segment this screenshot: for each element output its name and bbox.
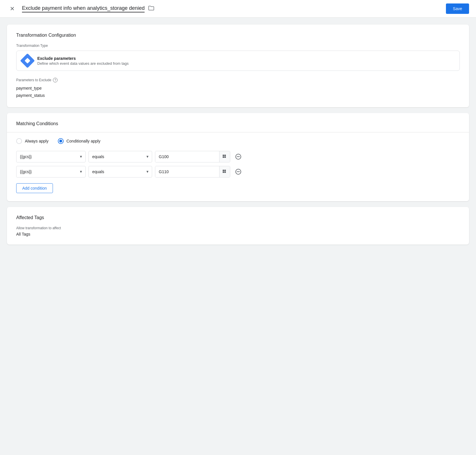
value-input-1[interactable] xyxy=(155,151,219,162)
param-item: payment_type xyxy=(16,85,460,92)
svg-rect-2 xyxy=(223,156,224,158)
radio-conditionally-apply[interactable]: Conditionally apply xyxy=(58,138,101,144)
affected-tags-value: All Tags xyxy=(16,232,460,236)
close-button[interactable]: ✕ xyxy=(7,3,17,14)
remove-condition-button-2[interactable] xyxy=(233,167,243,177)
variable-select-wrapper-1: {{gcs}} {{event_name}} Custom variable ▼ xyxy=(16,151,86,162)
value-input-wrapper-1 xyxy=(155,151,230,162)
main-content: Transformation Configuration Transformat… xyxy=(0,18,476,251)
transformation-type-text: Exclude parameters Define which event da… xyxy=(37,56,129,66)
value-input-2[interactable] xyxy=(155,166,219,177)
operator-select-2[interactable]: equals contains starts with ends with ma… xyxy=(88,166,152,177)
add-condition-button[interactable]: Add condition xyxy=(16,183,53,193)
transformation-type-name: Exclude parameters xyxy=(37,56,129,61)
folder-icon[interactable] xyxy=(148,5,154,12)
svg-rect-3 xyxy=(224,156,226,158)
param-item: payment_status xyxy=(16,92,460,99)
svg-rect-4 xyxy=(223,170,224,171)
variable-select-wrapper-2: {{gcs}} {{event_name}} Custom variable ▼ xyxy=(16,166,86,177)
operator-select-wrapper-1: equals contains starts with ends with ma… xyxy=(88,151,152,162)
grid-icon-2 xyxy=(222,169,227,174)
variable-select-2[interactable]: {{gcs}} {{event_name}} Custom variable xyxy=(16,166,86,177)
remove-condition-button-1[interactable] xyxy=(233,151,243,162)
divider xyxy=(7,132,469,132)
remove-icon-2 xyxy=(235,169,241,175)
condition-row-2: {{gcs}} {{event_name}} Custom variable ▼… xyxy=(16,166,460,177)
remove-icon-1 xyxy=(235,154,241,160)
radio-always-outer xyxy=(16,138,22,144)
affected-tags-card: Affected Tags Allow transformation to af… xyxy=(7,207,469,245)
help-icon[interactable]: ? xyxy=(53,78,58,82)
transformation-type-label: Transformation Type xyxy=(16,44,460,48)
grid-icon-1 xyxy=(222,154,227,159)
parameters-list: payment_type payment_status xyxy=(16,85,460,99)
transformation-type-description: Define which event data values are exclu… xyxy=(37,61,129,66)
grid-icon-button-2[interactable] xyxy=(219,166,230,177)
grid-icon-button-1[interactable] xyxy=(219,151,230,162)
exclude-params-icon xyxy=(20,53,35,68)
params-to-exclude-label: Parameters to Exclude ? xyxy=(16,78,460,82)
radio-group: Always apply Conditionally apply xyxy=(16,138,460,144)
matching-conditions-card: Matching Conditions Always apply Conditi… xyxy=(7,113,469,201)
variable-select-1[interactable]: {{gcs}} {{event_name}} Custom variable xyxy=(16,151,86,162)
radio-conditionally-label: Conditionally apply xyxy=(67,139,101,143)
radio-conditionally-inner xyxy=(59,140,62,143)
svg-rect-6 xyxy=(223,171,224,173)
radio-always-apply[interactable]: Always apply xyxy=(16,138,49,144)
affected-tags-title: Affected Tags xyxy=(16,215,460,220)
header-title-area: Exclude payment info when analytics_stor… xyxy=(22,5,441,12)
transformation-type-box[interactable]: Exclude parameters Define which event da… xyxy=(16,51,460,71)
matching-conditions-title: Matching Conditions xyxy=(16,121,460,126)
svg-rect-7 xyxy=(224,171,226,173)
save-button[interactable]: Save xyxy=(446,3,469,14)
operator-select-wrapper-2: equals contains starts with ends with ma… xyxy=(88,166,152,177)
svg-rect-1 xyxy=(224,155,226,156)
page-title: Exclude payment info when analytics_stor… xyxy=(22,5,145,12)
header: ✕ Exclude payment info when analytics_st… xyxy=(0,0,476,18)
value-input-wrapper-2 xyxy=(155,166,230,177)
allow-transformation-label: Allow transformation to affect xyxy=(16,226,460,230)
svg-rect-5 xyxy=(224,170,226,171)
condition-row-1: {{gcs}} {{event_name}} Custom variable ▼… xyxy=(16,151,460,162)
radio-always-label: Always apply xyxy=(25,139,49,143)
operator-select-1[interactable]: equals contains starts with ends with ma… xyxy=(88,151,152,162)
radio-conditionally-outer xyxy=(58,138,64,144)
transformation-config-title: Transformation Configuration xyxy=(16,33,460,38)
svg-rect-0 xyxy=(223,155,224,156)
transformation-config-card: Transformation Configuration Transformat… xyxy=(7,25,469,107)
